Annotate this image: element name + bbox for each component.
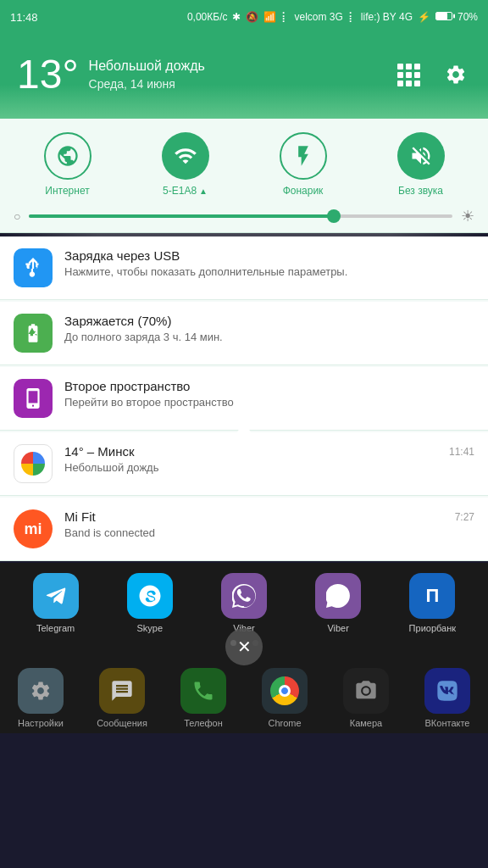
phone-dock-icon xyxy=(180,668,226,714)
temperature: 13° xyxy=(17,54,79,95)
app-telegram[interactable]: Telegram xyxy=(18,573,94,633)
notif-usb[interactable]: Зарядка через USB Нажмите, чтобы показат… xyxy=(0,236,488,300)
viber2-icon xyxy=(315,573,361,619)
app-skype[interactable]: Skype xyxy=(112,573,188,633)
operator1: velcom 3G xyxy=(294,11,342,23)
chrome-dock-label: Chrome xyxy=(268,718,301,728)
weather-description: Небольшой дождь xyxy=(89,58,205,74)
dock-phone[interactable]: Телефон xyxy=(165,668,241,728)
notif-space-title: Второе пространство xyxy=(64,379,474,393)
tile-wifi-circle xyxy=(162,132,209,180)
notif-google-icon xyxy=(14,444,53,483)
brightness-slider-row: ○ ☀ xyxy=(0,207,488,225)
viber2-label: Viber xyxy=(327,623,348,633)
quick-settings: Интернет 5-E1A8 ▲ Фонарик xyxy=(0,119,488,233)
battery-icon xyxy=(435,11,452,23)
chrome-dock-icon xyxy=(262,668,308,714)
notif-space[interactable]: Второе пространство Перейти во второе пр… xyxy=(0,367,488,431)
tile-silent[interactable]: Без звука xyxy=(387,132,455,197)
app-viber2[interactable]: Viber xyxy=(300,573,376,633)
phone-dock-label: Телефон xyxy=(184,718,223,728)
app-priorbank[interactable]: П Приорбанк xyxy=(394,573,470,633)
charging-icon: ⚡ xyxy=(418,11,430,23)
notif-google-title: 14° – Минск xyxy=(64,444,437,459)
notif-usb-content: Зарядка через USB Нажмите, чтобы показат… xyxy=(64,248,474,278)
status-time: 11:48 xyxy=(10,11,38,24)
dock-vk[interactable]: ВКонтакте xyxy=(409,668,485,728)
tile-silent-label: Без звука xyxy=(398,185,443,197)
brightness-slider[interactable] xyxy=(29,214,452,218)
home-apps-row: Telegram Skype Viber xyxy=(0,573,488,633)
tile-internet-label: Интернет xyxy=(45,185,89,197)
skype-icon xyxy=(127,573,173,619)
bottom-dock: Настройки Сообщения Телефон Chrome xyxy=(0,659,488,733)
quick-tiles-row: Интернет 5-E1A8 ▲ Фонарик xyxy=(0,132,488,197)
notif-battery-title: Заряжается (70%) xyxy=(64,314,474,328)
messages-dock-icon xyxy=(99,668,145,714)
notif-battery[interactable]: Заряжается (70%) До полного заряда 3 ч. … xyxy=(0,302,488,365)
close-notification-button[interactable]: ✕ xyxy=(225,628,263,665)
wifi-arrow-icon: ▲ xyxy=(199,186,208,196)
tile-internet-circle xyxy=(44,132,92,180)
settings-dock-label: Настройки xyxy=(18,718,64,728)
data-speed: 0,00КБ/с xyxy=(187,11,228,23)
weather-date: Среда, 14 июня xyxy=(89,77,205,91)
settings-dock-icon xyxy=(18,668,64,714)
dock-settings[interactable]: Настройки xyxy=(3,668,79,728)
app-viber1[interactable]: Viber xyxy=(206,573,282,633)
notif-usb-desc: Нажмите, чтобы показать дополнительные п… xyxy=(64,265,474,278)
notif-battery-desc: До полного заряда 3 ч. 14 мин. xyxy=(64,331,474,343)
camera-dock-icon xyxy=(343,668,389,714)
telegram-icon xyxy=(33,573,79,619)
notif-google-time: 11:41 xyxy=(449,444,474,458)
dock-chrome[interactable]: Chrome xyxy=(247,668,323,728)
bluetooth-icon: ✱ xyxy=(232,11,241,23)
dock-messages[interactable]: Сообщения xyxy=(84,668,160,728)
tile-wifi[interactable]: 5-E1A8 ▲ xyxy=(152,132,219,197)
weather-left: 13° Небольшой дождь Среда, 14 июня xyxy=(17,54,205,95)
notif-mifit-content: Mi Fit Band is connected xyxy=(64,509,443,539)
weather-info: Небольшой дождь Среда, 14 июня xyxy=(89,58,205,91)
notif-space-desc: Перейти во второе пространство xyxy=(64,396,474,409)
camera-dock-label: Камера xyxy=(350,718,382,728)
notif-google-content: 14° – Минск Небольшой дождь xyxy=(64,444,437,474)
panel-divider xyxy=(0,233,488,236)
tile-flashlight[interactable]: Фонарик xyxy=(269,132,337,197)
signal-icon: ⡇ xyxy=(281,11,289,23)
viber1-icon xyxy=(221,573,267,619)
notif-mifit-icon: mi xyxy=(14,509,53,548)
notif-battery-content: Заряжается (70%) До полного заряда 3 ч. … xyxy=(64,314,474,343)
mute-icon: 🔕 xyxy=(246,11,258,23)
wifi-icon: 📶 xyxy=(263,11,276,23)
weather-header: 13° Небольшой дождь Среда, 14 июня xyxy=(0,34,488,119)
tile-flashlight-label: Фонарик xyxy=(283,185,324,197)
settings-button[interactable] xyxy=(441,59,471,90)
status-bar: 11:48 0,00КБ/с ✱ 🔕 📶 ⡇ velcom 3G ⡇ life:… xyxy=(0,0,488,34)
apps-grid-button[interactable] xyxy=(393,59,424,90)
notif-google-desc: Небольшой дождь xyxy=(64,461,437,474)
header-actions xyxy=(393,59,471,90)
tile-internet[interactable]: Интернет xyxy=(34,132,102,197)
messages-dock-label: Сообщения xyxy=(97,718,147,728)
tile-wifi-sublabel: 5-E1A8 ▲ xyxy=(163,185,208,197)
notif-space-content: Второе пространство Перейти во второе пр… xyxy=(64,379,474,409)
notifications-list: Зарядка через USB Нажмите, чтобы показат… xyxy=(0,236,488,561)
notif-google[interactable]: 14° – Минск Небольшой дождь 11:41 xyxy=(0,432,488,496)
notif-usb-icon xyxy=(14,248,53,287)
dock-camera[interactable]: Камера xyxy=(328,668,404,728)
skype-label: Skype xyxy=(136,623,163,633)
svg-point-0 xyxy=(363,687,369,693)
priorbank-icon: П xyxy=(409,573,455,619)
tile-silent-circle xyxy=(397,132,445,180)
vk-dock-label: ВКонтакте xyxy=(425,718,470,728)
vk-dock-icon xyxy=(424,668,470,714)
notif-mifit-desc: Band is connected xyxy=(64,526,443,539)
operator2: life:) BY 4G xyxy=(361,11,413,23)
notif-mifit[interactable]: mi Mi Fit Band is connected 7:27 xyxy=(0,498,488,561)
signal-icon2: ⡇ xyxy=(348,11,356,23)
notif-space-icon xyxy=(14,379,53,418)
notif-mifit-title: Mi Fit xyxy=(64,509,443,524)
notif-usb-title: Зарядка через USB xyxy=(64,248,474,263)
notif-mifit-time: 7:27 xyxy=(455,509,474,523)
notif-battery-icon xyxy=(14,314,53,353)
